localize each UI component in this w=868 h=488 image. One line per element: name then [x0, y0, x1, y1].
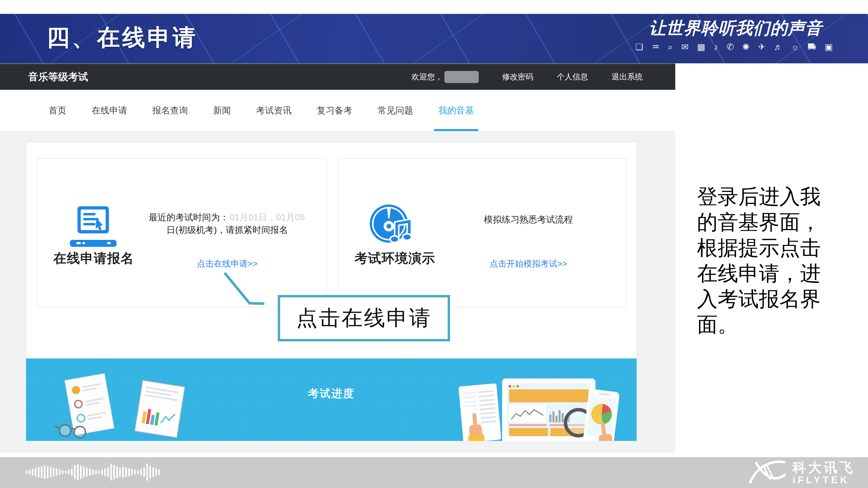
welcome-prefix: 欢迎您， — [411, 72, 443, 82]
exam-progress-banner: 考试进度 — [26, 359, 637, 441]
online-apply-card: 在线申请报名 最近的考试时间为：01月01日，01月05 日(初级机考)，请抓紧… — [37, 158, 327, 307]
logout-link[interactable]: 退出系统 — [612, 72, 643, 82]
demo-card-desc: 模拟练习熟悉考试流程 — [434, 213, 623, 226]
profile-link[interactable]: 个人信息 — [557, 72, 588, 82]
iflytek-logo: 科大讯飞 iFLYTEK — [748, 459, 855, 487]
laptop-apply-icon — [70, 206, 117, 248]
site-nav: 首页 在线申请 报名查询 新闻 考试资讯 复习备考 常见问题 我的音基 — [0, 90, 675, 131]
tab-news[interactable]: 新闻 — [212, 90, 232, 131]
header-user-menu: 欢迎您， 修改密码 个人信息 退出系统 — [411, 71, 643, 83]
change-password-link[interactable]: 修改密码 — [502, 72, 533, 82]
tab-exam-info[interactable]: 考试资讯 — [255, 90, 293, 131]
start-mock-exam-link[interactable]: 点击开始模拟考试>> — [434, 258, 623, 269]
tab-review-prep[interactable]: 复习备考 — [315, 90, 354, 131]
site-header: 音乐等级考试 欢迎您， 修改密码 个人信息 退出系统 — [0, 63, 675, 90]
apply-card-title: 在线申请报名 — [44, 250, 144, 267]
exam-demo-card: 考试环境演示 模拟练习熟悉考试流程 点击开始模拟考试>> — [338, 158, 626, 307]
iflytek-en: iFLYTEK — [793, 475, 855, 485]
slide: 四、在线申请 让世界聆听我们的声音 ❏ ♒ ⌕ ✉ ▦ ♪ ✆ ✺ ✈ ♬ ☼ … — [0, 0, 868, 488]
redacted-exam-date: 01月01日，01月05 — [229, 212, 306, 222]
tab-home[interactable]: 首页 — [47, 90, 68, 131]
demo-card-title: 考试环境演示 — [345, 250, 445, 267]
notice-line2: 日(初级机考)，请抓紧时间报名 — [166, 225, 288, 235]
iflytek-swoosh-icon — [748, 459, 787, 487]
cd-music-icon — [369, 204, 414, 248]
tab-faq[interactable]: 常见问题 — [376, 90, 414, 131]
documents-illustration — [43, 370, 217, 441]
slide-section-title: 四、在线申请 — [46, 22, 198, 53]
iflytek-logo-text: 科大讯飞 iFLYTEK — [793, 461, 855, 485]
hero-banner: 四、在线申请 让世界聆听我们的声音 ❏ ♒ ⌕ ✉ ▦ ♪ ✆ ✺ ✈ ♬ ☼ … — [0, 14, 868, 63]
tab-online-apply[interactable]: 在线申请 — [90, 90, 128, 131]
online-apply-link[interactable]: 点击在线申请>> — [133, 258, 321, 269]
welcome-text: 欢迎您， — [411, 71, 479, 83]
iflytek-cn: 科大讯飞 — [793, 461, 855, 474]
brand-slogan: 让世界聆听我们的声音 — [623, 17, 848, 40]
brand-slogan-block: 让世界聆听我们的声音 ❏ ♒ ⌕ ✉ ▦ ♪ ✆ ✺ ✈ ♬ ☼ ⛟ ▣ — [623, 17, 848, 52]
footer-bar: 科大讯飞 iFLYTEK — [0, 457, 868, 488]
notice-prefix: 最近的考试时间为： — [149, 212, 229, 222]
devices-hands-illustration — [452, 370, 621, 441]
site-brand: 音乐等级考试 — [28, 70, 88, 84]
slogan-icons-row: ❏ ♒ ⌕ ✉ ▦ ♪ ✆ ✺ ✈ ♬ ☼ ⛟ ▣ — [623, 42, 848, 52]
nav-tabs: 首页 在线申请 报名查询 新闻 考试资讯 复习备考 常见问题 我的音基 — [0, 90, 475, 131]
tab-my-yinji[interactable]: 我的音基 — [437, 90, 475, 131]
tab-registration-query[interactable]: 报名查询 — [151, 90, 189, 131]
annotation-callout: 点击在线申请 — [278, 295, 450, 341]
slide-side-note: 登录后进入我的音基界面，根据提示点击在线申请，进入考试报名界面。 — [697, 184, 827, 337]
soundwave-logo-icon — [25, 461, 164, 485]
redacted-username — [444, 71, 479, 83]
apply-card-notice: 最近的考试时间为：01月01日，01月05 日(初级机考)，请抓紧时间报名 — [133, 211, 321, 236]
page-content-background: 在线申请报名 最近的考试时间为：01月01日，01月05 日(初级机考)，请抓紧… — [0, 131, 675, 453]
